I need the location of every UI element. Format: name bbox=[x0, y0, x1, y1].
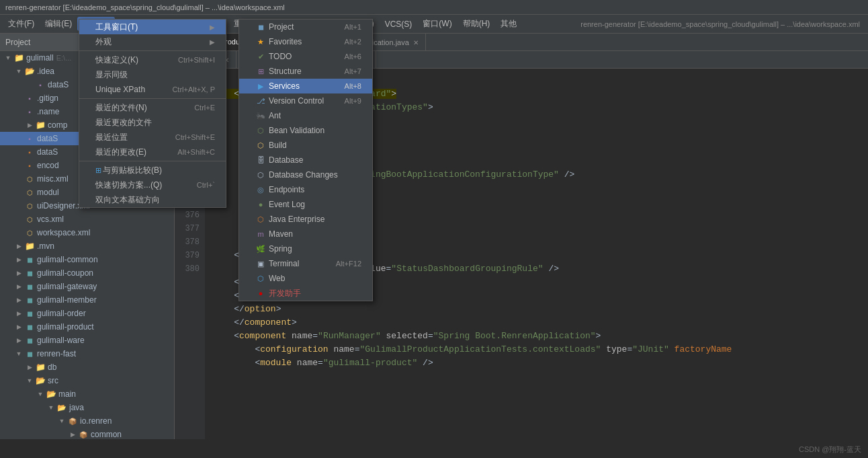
menu-item-label: Bean Validation bbox=[269, 126, 324, 135]
services-item-endpoints[interactable]: ◎ Endpoints bbox=[239, 182, 372, 197]
shortcut-label: Alt+9 bbox=[331, 97, 361, 105]
tree-item-main[interactable]: ▼ 📂 main bbox=[0, 387, 174, 401]
services-submenu: ◼ Project Alt+1 ★ Favorites Alt+2 ✔ TODO… bbox=[238, 19, 373, 301]
menu-item-tool-windows[interactable]: 工具窗口(T) ▶ bbox=[79, 20, 226, 34]
tree-item-order[interactable]: ▶ ◼ gulimall-order bbox=[0, 307, 174, 320]
tree-label: gulimall-coupon bbox=[37, 268, 93, 278]
menu-item-recent-locations[interactable]: 最近位置 Ctrl+Shift+E bbox=[79, 130, 226, 145]
tree-label: main bbox=[58, 389, 76, 399]
services-item-java-enterprise[interactable]: ⬡ Java Enterprise bbox=[239, 212, 372, 227]
menu-item-recent-changed[interactable]: 最近更改的文件 bbox=[79, 115, 226, 130]
tree-arrow: ▼ bbox=[13, 348, 24, 359]
tree-item-gateway[interactable]: ▶ ◼ gulimall-gateway bbox=[0, 280, 174, 293]
build-icon: ⬡ bbox=[255, 140, 266, 151]
services-item-structure[interactable]: ⊞ Structure Alt+7 bbox=[239, 64, 372, 79]
services-item-favorites[interactable]: ★ Favorites Alt+2 bbox=[239, 34, 372, 49]
menu-help[interactable]: 帮助(H) bbox=[458, 17, 496, 31]
todo-icon: ✔ bbox=[255, 51, 266, 62]
file-icon: ▪ bbox=[24, 93, 35, 104]
xml-icon: ⬡ bbox=[24, 200, 35, 211]
shortcut-label: Ctrl+` bbox=[183, 181, 215, 189]
shortcut-label: Alt+1 bbox=[331, 23, 361, 31]
tree-arrow: ▶ bbox=[13, 335, 24, 346]
tree-item-db[interactable]: ▶ 📁 db bbox=[0, 360, 174, 374]
tree-label: .mvn bbox=[37, 241, 54, 251]
tree-label: modul bbox=[37, 188, 59, 197]
menu-item-quick-switch[interactable]: 快速切换方案...(Q) Ctrl+` bbox=[79, 178, 226, 192]
tree-item-src[interactable]: ▼ 📂 src bbox=[0, 374, 174, 387]
services-item-terminal[interactable]: ▣ Terminal Alt+F12 bbox=[239, 256, 372, 271]
tree-item-common[interactable]: ▶ ◼ gulimall-common bbox=[0, 253, 174, 266]
folder-icon: 📁 bbox=[35, 120, 46, 130]
services-item-event-log[interactable]: ● Event Log bbox=[239, 197, 372, 212]
services-item-spring[interactable]: 🌿 Spring bbox=[239, 241, 372, 256]
tab-close-icon[interactable]: ✕ bbox=[413, 39, 419, 46]
services-item-project[interactable]: ◼ Project Alt+1 bbox=[239, 20, 372, 34]
menu-item-label: Unique XPath bbox=[95, 85, 145, 94]
tree-item-iorenren[interactable]: ▼ 📦 io.renren bbox=[0, 414, 174, 428]
module-icon: ◼ bbox=[24, 308, 35, 319]
tree-item-workspace[interactable]: ⬡ workspace.xml bbox=[0, 226, 174, 239]
menu-item-quick-def[interactable]: 快速定义(K) Ctrl+Shift+I bbox=[79, 52, 226, 67]
tree-arrow: ▶ bbox=[13, 308, 24, 319]
tree-item-coupon[interactable]: ▶ ◼ gulimall-coupon bbox=[0, 266, 174, 280]
menu-item-appearance[interactable]: 外观 ▶ bbox=[79, 34, 226, 49]
tree-label: gulimall-member bbox=[37, 295, 97, 305]
vcs-icon: ⎇ bbox=[255, 96, 266, 106]
menu-item-bidi[interactable]: 双向文本基础方向 bbox=[79, 192, 226, 207]
services-item-maven[interactable]: m Maven bbox=[239, 227, 372, 241]
services-item-todo[interactable]: ✔ TODO Alt+6 bbox=[239, 49, 372, 64]
menu-item-recent-files[interactable]: 最近的文件(N) Ctrl+E bbox=[79, 100, 226, 115]
module-icon: ◼ bbox=[24, 281, 35, 292]
dev-helper-icon: ● bbox=[255, 288, 266, 299]
services-item-vcs[interactable]: ⎇ Version Control Alt+9 bbox=[239, 93, 372, 108]
services-item-dev-helper[interactable]: ● 开发助手 bbox=[239, 286, 372, 301]
java-folder-icon: 📂 bbox=[56, 402, 67, 413]
shortcut-label: Ctrl+Alt+X, P bbox=[159, 85, 215, 93]
menu-item-label: Structure bbox=[269, 67, 302, 76]
tree-item-member[interactable]: ▶ ◼ gulimall-member bbox=[0, 293, 174, 307]
services-item-build[interactable]: ⬡ Build bbox=[239, 138, 372, 153]
tree-arrow: ▶ bbox=[13, 321, 24, 332]
shortcut-label: Alt+8 bbox=[331, 82, 361, 90]
tree-arrow: ▼ bbox=[3, 52, 13, 63]
menu-item-recent-changes[interactable]: 最近的更改(E) Alt+Shift+C bbox=[79, 145, 226, 159]
tree-item-ware[interactable]: ▶ ◼ gulimall-ware bbox=[0, 334, 174, 347]
tree-label: gulimall-ware bbox=[37, 336, 85, 345]
tree-item-renren[interactable]: ▼ ◼ renren-fast bbox=[0, 347, 174, 360]
services-item-bean-validation[interactable]: ⬡ Bean Validation bbox=[239, 123, 372, 138]
services-item-ant[interactable]: 🐜 Ant bbox=[239, 108, 372, 123]
services-item-web[interactable]: ⬡ Web bbox=[239, 271, 372, 286]
menu-edit[interactable]: 编辑(E) bbox=[40, 17, 77, 31]
services-item-services[interactable]: ▶ Services Alt+8 bbox=[239, 79, 372, 93]
menu-item-label: 最近的更改(E) bbox=[95, 147, 146, 158]
file-icon: ▪ bbox=[24, 147, 35, 157]
tree-label: .idea bbox=[37, 67, 54, 76]
view-menu-dropdown: 工具窗口(T) ▶ 外观 ▶ 快速定义(K) Ctrl+Shift+I 显示同级… bbox=[79, 19, 226, 208]
tree-label: java bbox=[69, 403, 84, 412]
menu-other[interactable]: 其他 bbox=[495, 17, 522, 31]
submenu-arrow-icon: ▶ bbox=[210, 38, 215, 46]
tree-item-product[interactable]: ▶ ◼ gulimall-product bbox=[0, 320, 174, 334]
menu-item-show-siblings[interactable]: 显示同级 bbox=[79, 67, 226, 82]
tree-arrow: ▶ bbox=[13, 268, 24, 278]
menu-item-label: Database Changes bbox=[269, 170, 338, 180]
menu-item-unique-xpath[interactable]: Unique XPath Ctrl+Alt+X, P bbox=[79, 82, 226, 97]
services-item-db-changes[interactable]: ⬡ Database Changes bbox=[239, 167, 372, 182]
tree-item-common2[interactable]: ▶ 📦 common bbox=[0, 428, 174, 439]
tree-arrow: ▶ bbox=[24, 362, 35, 373]
tree-arrow: ▶ bbox=[13, 241, 24, 252]
project-path: renren-generator [E:\ideademo_space\spri… bbox=[580, 20, 865, 28]
menu-item-label: 开发助手 bbox=[269, 288, 301, 299]
tree-item-vcs[interactable]: ⬡ vcs.xml bbox=[0, 213, 174, 226]
watermark: CSDN @翔翔-蓝天 bbox=[799, 445, 861, 455]
tree-label: db bbox=[48, 362, 56, 372]
menu-window[interactable]: 窗口(W) bbox=[417, 17, 457, 31]
menu-file[interactable]: 文件(F) bbox=[3, 17, 40, 31]
tree-path: E:\... bbox=[56, 54, 72, 62]
menu-vcs[interactable]: VCS(S) bbox=[380, 18, 418, 30]
tree-item-mvn[interactable]: ▶ 📁 .mvn bbox=[0, 239, 174, 253]
menu-item-compare-clipboard[interactable]: ⊞ 与剪贴板比较(B) bbox=[79, 163, 226, 178]
tree-item-java[interactable]: ▼ 📂 java bbox=[0, 401, 174, 414]
services-item-database[interactable]: 🗄 Database bbox=[239, 153, 372, 167]
